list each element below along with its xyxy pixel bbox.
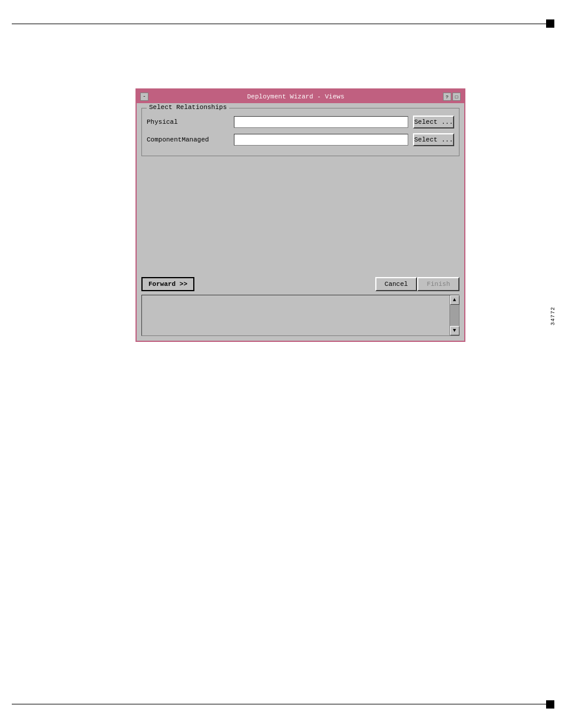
title-bar: - Deployment Wizard - Views ? □: [137, 90, 464, 103]
physical-input[interactable]: [234, 116, 408, 128]
corner-mark-tr: [546, 19, 554, 28]
bottom-buttons-row: Forward >> Cancel Finish: [141, 274, 459, 295]
page-border-top: [12, 24, 550, 24]
forward-button[interactable]: Forward >>: [141, 277, 194, 291]
scroll-up-button[interactable]: ▲: [450, 295, 459, 305]
finish-button[interactable]: Finish: [417, 277, 459, 291]
page-border-bottom: [12, 704, 550, 704]
content-spacer: [141, 161, 459, 274]
corner-mark-bl: [546, 700, 554, 709]
physical-label: Physical: [147, 118, 229, 126]
select-relationships-group: Select Relationships Physical Select ...…: [141, 108, 459, 156]
dialog-title: Deployment Wizard - Views: [148, 93, 443, 100]
bottom-text-area-container: ▲ ▼: [141, 295, 459, 336]
bottom-textarea[interactable]: [142, 295, 449, 335]
scroll-up-icon: ▲: [453, 297, 456, 303]
maximize-icon: □: [455, 94, 458, 100]
minimize-button[interactable]: ?: [443, 93, 451, 101]
vertical-scrollbar: ▲ ▼: [449, 295, 459, 335]
sys-menu-button[interactable]: -: [140, 93, 148, 101]
scroll-down-button[interactable]: ▼: [450, 326, 459, 335]
cancel-button[interactable]: Cancel: [375, 277, 418, 291]
title-bar-right-buttons: ? □: [443, 93, 461, 101]
dialog-window: - Deployment Wizard - Views ? □ Select R…: [135, 88, 465, 342]
dialog-content: Select Relationships Physical Select ...…: [137, 103, 464, 341]
sys-menu-icon: -: [143, 94, 146, 100]
title-bar-left: -: [140, 93, 148, 101]
scroll-down-icon: ▼: [453, 328, 456, 334]
minimize-icon: ?: [446, 94, 449, 100]
component-managed-row: ComponentManaged Select ...: [147, 133, 454, 146]
physical-select-button[interactable]: Select ...: [413, 116, 454, 129]
component-managed-label: ComponentManaged: [147, 136, 229, 143]
figure-number: 34772: [550, 307, 556, 325]
component-managed-input[interactable]: [234, 134, 408, 146]
component-managed-select-button[interactable]: Select ...: [413, 133, 454, 146]
group-box-label: Select Relationships: [147, 104, 229, 111]
maximize-button[interactable]: □: [452, 93, 461, 101]
scroll-track[interactable]: [450, 305, 459, 326]
physical-row: Physical Select ...: [147, 116, 454, 129]
